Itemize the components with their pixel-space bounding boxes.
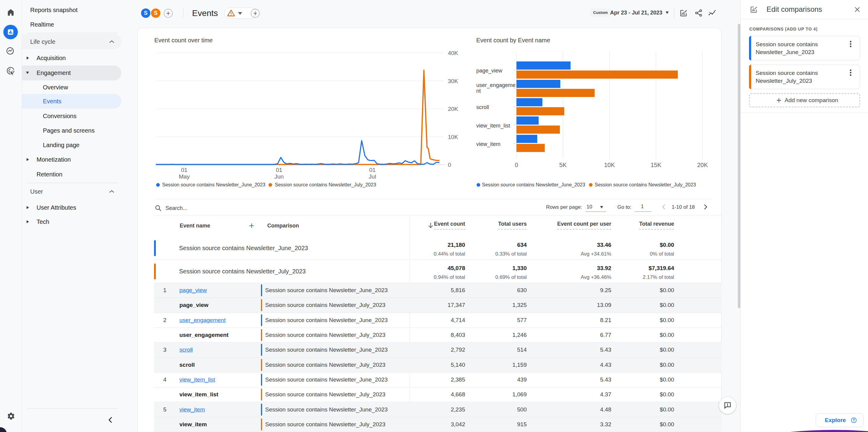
svg-text:10K: 10K: [604, 162, 615, 168]
svg-text:Jul: Jul: [369, 174, 376, 180]
svg-text:Jun: Jun: [275, 174, 284, 180]
svg-text:01: 01: [181, 167, 187, 173]
svg-text:May: May: [179, 174, 190, 180]
svg-text:20K: 20K: [448, 106, 458, 112]
svg-text:user_engageme: user_engageme: [476, 82, 516, 89]
svg-text:nt: nt: [476, 88, 481, 94]
svg-text:20K: 20K: [697, 162, 708, 168]
svg-text:01: 01: [276, 167, 282, 173]
svg-text:15K: 15K: [651, 162, 661, 168]
svg-text:0: 0: [515, 162, 518, 168]
svg-text:view_item_list: view_item_list: [476, 123, 510, 129]
svg-text:0: 0: [448, 162, 451, 168]
svg-text:page_view: page_view: [476, 68, 502, 74]
svg-text:10K: 10K: [448, 134, 458, 140]
svg-text:01: 01: [369, 167, 375, 173]
svg-text:view_item: view_item: [476, 141, 500, 147]
svg-text:scroll: scroll: [476, 104, 489, 110]
svg-text:30K: 30K: [448, 78, 458, 84]
svg-text:40K: 40K: [448, 50, 458, 56]
svg-text:5K: 5K: [559, 162, 567, 168]
